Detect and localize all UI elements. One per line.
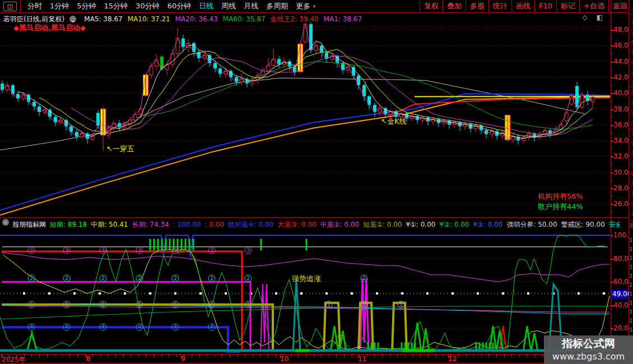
circled-number-text: 4 <box>210 324 213 330</box>
date-label-2: 9 <box>181 355 185 363</box>
date-tick <box>31 354 32 357</box>
indicator-collapse-icon[interactable]: ⌄ <box>2 219 9 226</box>
strip-glyph: ⋮ <box>630 20 633 25</box>
menu-item-1[interactable]: 1分钟 <box>50 0 69 12</box>
green-spike-2 <box>331 326 338 352</box>
toolbar-button-2[interactable]: 多股 <box>466 0 489 12</box>
date-label-1: 8 <box>86 355 91 363</box>
circled-number-text: 2 <box>362 276 366 281</box>
candle-body <box>565 113 568 121</box>
candle-body <box>11 85 15 94</box>
mid-50-square <box>603 292 605 295</box>
date-tick <box>542 354 543 357</box>
toolbar-button-5[interactable]: F10 <box>535 0 557 12</box>
date-tick-major <box>280 354 281 358</box>
strip-glyph: ⋮ <box>630 40 633 45</box>
date-tick <box>176 354 177 357</box>
red-level-line <box>2 251 242 352</box>
strip-glyph: ⋮ <box>630 50 633 55</box>
indicator-chart-canvas[interactable]: 3333333222222221111111111444444 <box>0 227 611 354</box>
main-chart-canvas[interactable] <box>0 12 611 217</box>
window-layout-icon[interactable]: ◫ <box>3 2 17 11</box>
menu-item-5[interactable]: 60分钟 <box>167 0 192 12</box>
date-tick <box>420 354 421 357</box>
mid-50-square <box>23 292 25 295</box>
menu-item-10[interactable]: 更多 › <box>296 0 315 12</box>
date-tick <box>519 354 520 357</box>
date-tick <box>85 354 86 357</box>
menu-item-8[interactable]: 月线 <box>244 0 258 12</box>
date-tick <box>390 354 390 357</box>
circled-number-text: 3 <box>138 248 141 253</box>
toolbar-button-3[interactable]: 统计 <box>489 0 512 12</box>
ma1-line <box>2 24 593 141</box>
circled-number-text: 1 <box>327 302 331 307</box>
menu-item-2[interactable]: 5分钟 <box>77 0 96 12</box>
toolbar-button-group: 复权叠加多股统计画线F10标记+自选返回 <box>420 0 632 12</box>
toolbar-button-6[interactable]: 标记 <box>557 0 580 12</box>
toolbar-button-0[interactable]: 复权 <box>420 0 443 12</box>
date-tick-major <box>181 354 181 358</box>
toolbar-button-1[interactable]: 叠加 <box>443 0 466 12</box>
date-tick <box>534 354 535 357</box>
date-label-4: 11 <box>358 355 366 363</box>
menu-item-7[interactable]: 周线 <box>221 0 236 12</box>
toolbar-button-4[interactable]: 画线 <box>512 0 535 12</box>
right-sidebar-strip[interactable]: 自 ⋮⋮⋮⋮⋮⋮⋮⋮⋮⋮⋮⋮⋮⋮⋮⋮⋮⋮⋮⋮11111111111 <box>629 0 633 364</box>
candle-body <box>6 85 9 90</box>
candle-body <box>580 95 584 108</box>
strip-glyph: 1 <box>630 247 632 252</box>
circled-number-text: 3 <box>246 248 250 253</box>
circled-number-text: 3 <box>65 248 68 253</box>
candle-body <box>27 95 30 102</box>
date-tick <box>336 354 337 357</box>
date-tick <box>260 354 260 357</box>
toolbar-button-7[interactable]: +自选 <box>580 0 609 12</box>
circled-number-text: 1 <box>246 302 250 307</box>
menu-item-0[interactable]: 分时 <box>27 0 42 12</box>
date-tick <box>207 354 207 357</box>
date-label-3: 10 <box>280 355 288 363</box>
indicator-header-item-8: 中底②: 0.00 <box>320 221 359 227</box>
indicator-header-item-10: ¥①: 0.00 <box>406 221 435 227</box>
date-tick <box>131 354 131 357</box>
menu-item-6[interactable]: 日线 <box>199 0 213 12</box>
top-menu-bar: ◫ 分时1分钟5分钟15分钟30分钟60分钟日线周线月线多周期更多 › 复权叠加… <box>0 0 633 13</box>
strip-glyph: ⋮ <box>630 90 633 95</box>
menu-item-9[interactable]: 多周期 <box>266 0 288 12</box>
period-menu-group: 分时1分钟5分钟15分钟30分钟60分钟日线周线月线多周期更多 › <box>24 0 320 12</box>
strip-glyph: ⋮ <box>630 151 633 156</box>
strip-glyph: ⋮ <box>630 171 633 176</box>
circled-number-text: 3 <box>101 248 105 253</box>
mid-50-square <box>99 292 101 295</box>
date-tick <box>92 354 93 357</box>
magenta-spike-1 <box>260 284 269 352</box>
date-axis[interactable]: 2025年89101112 <box>0 354 611 363</box>
golden-k-label: ↖金K线 <box>381 116 406 127</box>
one-cross-five-label: ↖一穿五 <box>106 144 134 154</box>
circled-number-text: 1 <box>65 302 68 307</box>
date-tick <box>321 354 322 357</box>
strip-glyph: 1 <box>630 301 632 306</box>
blue-top-line <box>0 235 610 258</box>
date-tick <box>276 354 276 357</box>
circled-number-text: 2 <box>30 276 33 281</box>
axis-border <box>611 0 611 364</box>
indicator-header-item-11: ¥②: 0.00 <box>439 221 469 227</box>
candle-core <box>300 44 301 71</box>
black-horse-signal: ◆黑马启动,黑马启动◆ <box>12 23 87 33</box>
mid-50-square <box>376 292 378 295</box>
menu-item-3[interactable]: 15分钟 <box>104 0 128 12</box>
circled-number-text: 4 <box>174 324 177 330</box>
mid-50-square <box>174 292 176 295</box>
circled-number-text: 3 <box>30 248 33 253</box>
menu-item-4[interactable]: 30分钟 <box>136 0 160 12</box>
institution-holding-label: 机构持有56% <box>538 192 583 202</box>
date-tick <box>108 354 108 357</box>
date-tick <box>245 354 245 357</box>
date-tick <box>496 354 497 357</box>
date-tick <box>169 354 169 357</box>
circled-number-text: 2 <box>138 276 141 281</box>
strip-glyph: ⋮ <box>630 181 633 186</box>
indicator-tick <box>611 282 613 283</box>
